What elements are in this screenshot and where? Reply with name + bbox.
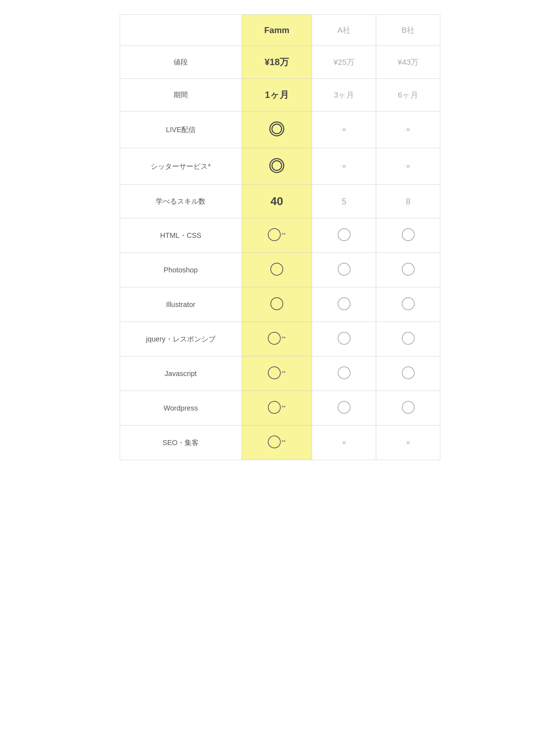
- company-a-cell-live: ×: [312, 111, 376, 148]
- circle-icon: [268, 401, 281, 414]
- company-a-cell-html-css: [312, 218, 376, 253]
- circle-icon: [402, 263, 415, 276]
- row-photoshop: Photoshop: [120, 253, 440, 287]
- famm-period: 1ヶ月: [265, 90, 289, 100]
- company-b-cell-jquery: [376, 322, 440, 356]
- cross-icon: ×: [406, 125, 410, 134]
- row-sitter: シッターサービス*××: [120, 148, 440, 185]
- circle-star-icon: **: [268, 228, 285, 241]
- row-javascript: Javascript**: [120, 356, 440, 391]
- company-b-value: 6ヶ月: [398, 90, 418, 99]
- label-photoshop: Photoshop: [120, 253, 242, 287]
- circle-star-icon: **: [268, 401, 285, 414]
- company-b-cell-skills: 8: [376, 185, 440, 218]
- cross-icon: ×: [342, 125, 346, 134]
- famm-cell-period: 1ヶ月: [242, 79, 312, 111]
- label-sitter: シッターサービス*: [120, 148, 242, 185]
- famm-cell-seo: **: [242, 426, 312, 460]
- row-jquery: jquery・レスポンシブ**: [120, 322, 440, 356]
- company-a-cell-photoshop: [312, 253, 376, 287]
- famm-cell-illustrator: [242, 287, 312, 322]
- header-famm: Famm: [242, 15, 312, 46]
- famm-cell-sitter: [242, 148, 312, 185]
- circle-icon: [338, 228, 351, 241]
- label-skills: 学べるスキル数: [120, 185, 242, 218]
- circle-icon: [338, 401, 351, 414]
- circle-icon: [402, 332, 415, 345]
- header-company-a: A社: [312, 15, 376, 46]
- company-a-cell-javascript: [312, 356, 376, 391]
- circle-icon: [402, 401, 415, 414]
- label-price: 値段: [120, 46, 242, 79]
- circle-icon: [268, 228, 281, 241]
- circle-icon: [268, 366, 281, 379]
- label-period: 期間: [120, 79, 242, 111]
- comparison-table: Famm A社 B社 値段¥18万¥25万¥43万期間1ヶ月3ヶ月6ヶ月LIVE…: [120, 14, 440, 460]
- famm-cell-price: ¥18万: [242, 46, 312, 79]
- cross-icon: ×: [406, 438, 410, 447]
- famm-cell-wordpress: **: [242, 391, 312, 426]
- company-b-cell-javascript: [376, 356, 440, 391]
- circle-icon: [268, 435, 281, 448]
- company-a-skill-count: 5: [342, 197, 346, 206]
- circle-icon: [338, 297, 351, 310]
- row-wordpress: Wordpress**: [120, 391, 440, 426]
- circle-icon: [338, 263, 351, 276]
- label-seo: SEO・集客: [120, 426, 242, 460]
- famm-cell-skills: 40: [242, 185, 312, 218]
- company-b-skill-count: 8: [406, 197, 410, 206]
- label-html-css: HTML・CSS: [120, 218, 242, 253]
- row-live: LIVE配信××: [120, 111, 440, 148]
- circle-icon: [268, 332, 281, 345]
- label-wordpress: Wordpress: [120, 391, 242, 426]
- double-circle-icon: [269, 121, 284, 136]
- company-b-cell-photoshop: [376, 253, 440, 287]
- company-b-cell-period: 6ヶ月: [376, 79, 440, 111]
- star-text: **: [281, 232, 285, 238]
- company-a-cell-sitter: ×: [312, 148, 376, 185]
- row-html-css: HTML・CSS**: [120, 218, 440, 253]
- company-b-cell-html-css: [376, 218, 440, 253]
- row-illustrator: Illustrator: [120, 287, 440, 322]
- circle-icon: [402, 366, 415, 379]
- famm-cell-javascript: **: [242, 356, 312, 391]
- company-b-cell-seo: ×: [376, 426, 440, 460]
- company-b-cell-live: ×: [376, 111, 440, 148]
- circle-icon: [338, 332, 351, 345]
- cross-icon: ×: [406, 162, 410, 170]
- famm-skill-count: 40: [270, 195, 283, 208]
- company-a-value: 3ヶ月: [334, 90, 354, 99]
- row-skills: 学べるスキル数4058: [120, 185, 440, 218]
- company-a-cell-period: 3ヶ月: [312, 79, 376, 111]
- circle-icon: [402, 297, 415, 310]
- company-b-cell-illustrator: [376, 287, 440, 322]
- label-javascript: Javascript: [120, 356, 242, 391]
- circle-star-icon: **: [268, 332, 285, 345]
- label-live: LIVE配信: [120, 111, 242, 148]
- company-b-value: ¥43万: [398, 58, 419, 67]
- company-a-cell-jquery: [312, 322, 376, 356]
- famm-cell-html-css: **: [242, 218, 312, 253]
- row-seo: SEO・集客**××: [120, 426, 440, 460]
- company-b-cell-sitter: ×: [376, 148, 440, 185]
- circle-icon: [270, 263, 283, 276]
- double-circle-icon: [269, 158, 284, 173]
- circle-star-icon: **: [268, 366, 285, 379]
- star-text: **: [281, 370, 285, 376]
- label-jquery: jquery・レスポンシブ: [120, 322, 242, 356]
- company-a-cell-illustrator: [312, 287, 376, 322]
- star-text: **: [281, 439, 285, 445]
- circle-icon: [402, 228, 415, 241]
- cross-icon: ×: [342, 162, 346, 170]
- circle-star-icon: **: [268, 435, 285, 448]
- company-a-cell-seo: ×: [312, 426, 376, 460]
- cross-icon: ×: [342, 438, 346, 447]
- header-row: Famm A社 B社: [120, 15, 440, 46]
- company-b-cell-price: ¥43万: [376, 46, 440, 79]
- company-a-cell-wordpress: [312, 391, 376, 426]
- company-a-value: ¥25万: [333, 58, 354, 67]
- header-company-b: B社: [376, 15, 440, 46]
- row-period: 期間1ヶ月3ヶ月6ヶ月: [120, 79, 440, 111]
- company-b-cell-wordpress: [376, 391, 440, 426]
- company-a-cell-price: ¥25万: [312, 46, 376, 79]
